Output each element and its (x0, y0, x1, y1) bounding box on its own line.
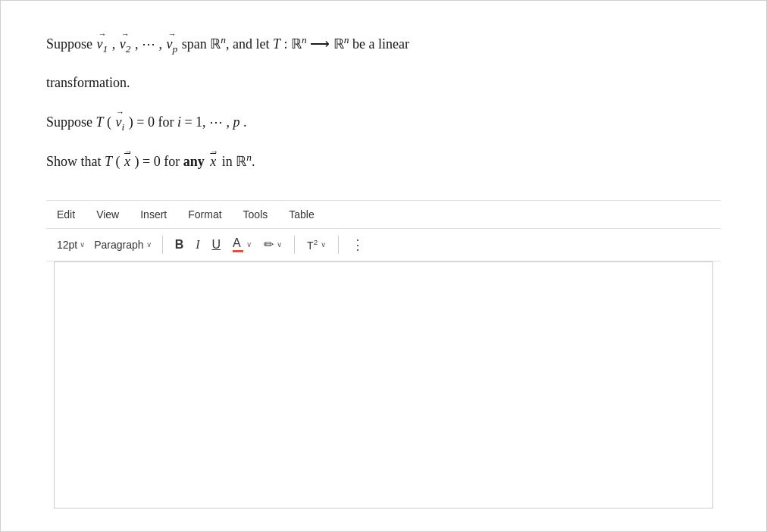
menu-bar: Edit View Insert Format Tools Table (46, 200, 721, 228)
math-colon: : ℝn ⟶ ℝn be a linear (284, 36, 409, 52)
math-in: in ℝn. (222, 154, 255, 169)
font-size-selector[interactable]: 12pt ∨ (54, 237, 88, 252)
toolbar-divider-1 (162, 236, 163, 254)
vec-x: x → (124, 149, 130, 174)
math-line-3: Show that T ( x → ) = 0 for any x → in ℝ… (46, 149, 721, 174)
font-color-button[interactable]: A ∨ (228, 234, 256, 255)
font-color-chevron: ∨ (246, 240, 252, 249)
pencil-icon: ✏ (264, 237, 274, 252)
superscript-button[interactable]: T2 ∨ (302, 235, 330, 255)
menu-tools[interactable]: Tools (240, 207, 271, 222)
content-area: Suppose v1 → , v2 → , ⋯ , vp → (1, 1, 766, 531)
underline-icon: U (212, 238, 221, 252)
math-suppose2: Suppose (46, 114, 96, 130)
italic-button[interactable]: I (191, 235, 204, 255)
math-line-1: Suppose v1 → , v2 → , ⋯ , vp → (46, 31, 721, 58)
paragraph-chevron: ∨ (146, 240, 152, 249)
math-span-text: span ℝn, and let (182, 36, 273, 52)
vec-x2: x → (210, 149, 216, 174)
font-color-a-letter: A (233, 237, 243, 249)
underline-button[interactable]: U (208, 235, 226, 255)
toolbar-divider-3 (338, 236, 339, 254)
menu-format[interactable]: Format (185, 207, 224, 222)
math-i: i (177, 114, 181, 130)
math-any: any (183, 154, 205, 169)
superscript-icon: T2 (307, 238, 318, 252)
math-T: T (273, 36, 280, 52)
toolbar: 12pt ∨ Paragraph ∨ B I U (46, 228, 721, 261)
page-container: Suppose v1 → , v2 → , ⋯ , vp → (0, 0, 767, 532)
math-T2: T (96, 114, 104, 130)
paragraph-selector[interactable]: Paragraph ∨ (91, 237, 154, 252)
bold-icon: B (175, 238, 184, 252)
math-line-2: Suppose T ( vi → ) = 0 for i = 1, ⋯ , p … (46, 110, 721, 136)
more-options-button[interactable]: ⋮ (346, 233, 370, 256)
math-period1: . (243, 114, 247, 130)
math-equals: = 1, ⋯ , (184, 114, 233, 130)
math-comma1: , (112, 36, 119, 52)
math-text-suppose1: Suppose (46, 36, 96, 52)
editor-area[interactable] (54, 261, 713, 509)
font-size-value: 12pt (57, 239, 77, 251)
vec-vi: vi → (116, 110, 125, 136)
math-p: p (233, 114, 240, 130)
font-size-chevron: ∨ (80, 240, 85, 249)
paragraph-value: Paragraph (94, 239, 143, 251)
highlight-button[interactable]: ✏ ∨ (259, 234, 286, 255)
menu-edit[interactable]: Edit (54, 207, 78, 222)
menu-view[interactable]: View (93, 207, 122, 222)
vec-v2: v2 → (120, 32, 131, 58)
font-color-underline (233, 250, 243, 252)
menu-insert[interactable]: Insert (137, 207, 170, 222)
math-paren-open2: ( (116, 154, 121, 169)
vec-vp: vp → (167, 32, 178, 58)
highlight-chevron: ∨ (277, 240, 282, 249)
math-content-block: Suppose v1 → , v2 → , ⋯ , vp → (46, 31, 721, 192)
math-close-show: ) = 0 for (135, 154, 183, 169)
bold-button[interactable]: B (171, 235, 189, 255)
math-paren-open: ( (107, 114, 111, 130)
math-T3: T (105, 154, 112, 169)
toolbar-divider-2 (294, 236, 295, 254)
math-comma2: , ⋯ , (135, 36, 166, 52)
math-show: Show that (46, 154, 105, 169)
more-options-icon: ⋮ (351, 236, 365, 253)
superscript-chevron: ∨ (321, 240, 326, 249)
math-transformation: transformation. (46, 75, 130, 90)
vec-v1: v1 → (97, 32, 108, 58)
math-paren-close: ) = 0 for (129, 114, 177, 130)
math-line-1b: transformation. (46, 70, 721, 95)
font-color-icon: A (233, 237, 243, 252)
menu-table[interactable]: Table (286, 207, 317, 222)
italic-icon: I (196, 238, 199, 252)
